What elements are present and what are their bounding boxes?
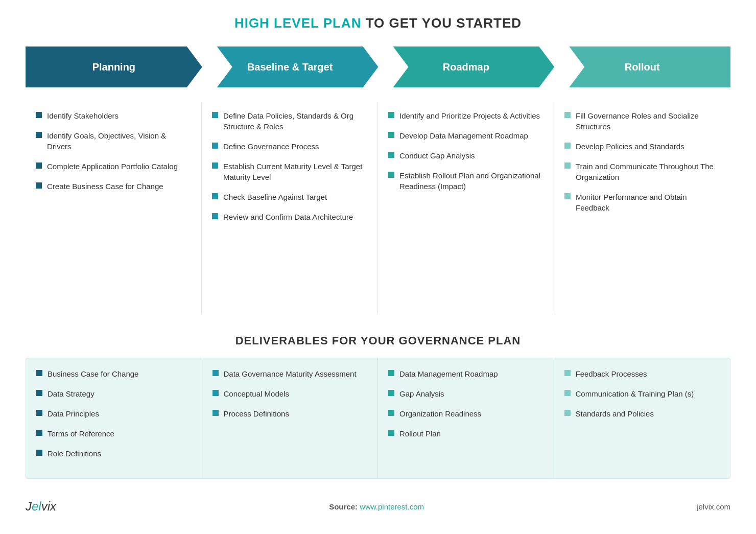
list-item: Check Baseline Against Target [212,192,367,202]
list-item: Define Data Policies, Standards & Org St… [212,110,367,132]
bullet-icon [212,193,218,199]
list-item: Communication & Training Plan (s) [564,388,720,399]
list-item: Establish Current Maturity Level & Targe… [212,161,367,182]
title-rest: TO GET YOU STARTED [361,15,522,31]
bullet-icon [36,112,42,118]
page-title: HIGH LEVEL PLAN TO GET YOU STARTED [26,15,730,31]
list-item: Process Definitions [212,408,368,419]
logo-j: J [26,499,32,513]
title-highlight: HIGH LEVEL PLAN [234,15,362,31]
list-item: Review and Confirm Data Architecture [212,212,367,222]
bullet-icon [36,390,42,396]
list-item: Business Case for Change [36,368,192,379]
footer-source: Source: www.pinterest.com [329,502,424,511]
deliverables-grid: Business Case for Change Data Strategy D… [26,358,730,479]
baseline-list: Define Data Policies, Standards & Org St… [212,110,367,222]
phase-roadmap-label: Roadmap [443,61,489,73]
logo-vix: vix [41,499,56,513]
deliverables-col-rollout: Feedback Processes Communication & Train… [554,358,730,478]
source-url: www.pinterest.com [360,502,424,511]
bullet-icon [212,390,219,396]
list-item: Create Business Case for Change [36,181,191,192]
bullet-icon [212,213,218,219]
bullet-icon [212,370,219,376]
list-item: Rollout Plan [388,428,544,439]
list-item: Data Strategy [36,388,192,399]
bullet-icon [212,112,218,118]
bullet-icon [564,193,571,199]
phases-row: Planning Baseline & Target Roadmap Rollo… [26,47,730,87]
phase-baseline-arrow: Baseline & Target [202,47,379,87]
deliverables-title: DELIVERABLES FOR YOUR GOVERNANCE PLAN [26,334,730,347]
content-col-planning: Identify Stakeholders Identify Goals, Ob… [26,103,202,314]
bullet-icon [564,143,571,149]
content-col-roadmap: Identify and Prioritize Projects & Activ… [378,103,554,314]
bullet-icon [36,162,42,169]
bullet-icon [564,370,571,376]
list-item: Develop Policies and Standards [564,141,720,152]
bullet-icon [36,182,42,189]
bullet-icon [388,410,394,416]
bullet-icon [388,172,394,178]
list-item: Monitor Performance and Obtain Feedback [564,192,720,213]
bullet-icon [36,410,42,416]
bullet-icon [36,430,42,436]
list-item: Complete Application Portfolio Catalog [36,161,191,172]
bullet-icon [388,370,394,376]
list-item: Establish Rollout Plan and Organizationa… [388,170,544,192]
list-item: Data Principles [36,408,192,419]
list-item: Develop Data Management Roadmap [388,130,544,141]
bullet-icon [564,390,571,396]
bullet-icon [388,390,394,396]
deliverables-col-baseline: Data Governance Maturity Assessment Conc… [202,358,379,478]
bullet-icon [36,132,42,138]
footer-logo: Jelvix [26,499,56,514]
phase-planning-arrow: Planning [26,47,202,87]
logo-el: el [32,499,41,513]
list-item: Conceptual Models [212,388,368,399]
rollout-list: Fill Governance Roles and Socialize Stru… [564,110,720,213]
list-item: Identify Goals, Objectives, Vision & Dri… [36,130,191,152]
list-item: Role Definitions [36,448,192,459]
phase-roadmap-arrow: Roadmap [378,47,555,87]
deliverables-rollout-list: Feedback Processes Communication & Train… [564,368,720,419]
phase-rollout-arrow: Rollout [554,47,730,87]
phase-baseline-label: Baseline & Target [247,61,333,73]
bullet-icon [388,430,394,436]
bullet-icon [564,410,571,416]
deliverables-col-planning: Business Case for Change Data Strategy D… [26,358,202,478]
list-item: Conduct Gap Analysis [388,150,544,161]
bullet-icon [212,410,219,416]
deliverables-baseline-list: Data Governance Maturity Assessment Conc… [212,368,368,419]
footer: Jelvix Source: www.pinterest.com jelvix.… [26,489,730,519]
roadmap-list: Identify and Prioritize Projects & Activ… [388,110,544,192]
phase-rollout-label: Rollout [625,61,660,73]
list-item: Gap Analysis [388,388,544,399]
source-label: Source: [329,502,358,511]
bullet-icon [388,132,394,138]
bullet-icon [36,450,42,456]
bullet-icon [388,112,394,118]
bullet-icon [564,162,571,169]
bullet-icon [388,152,394,158]
footer-right-text: jelvix.com [697,502,730,511]
list-item: Organization Readiness [388,408,544,419]
deliverables-planning-list: Business Case for Change Data Strategy D… [36,368,192,459]
list-item: Data Management Roadmap [388,368,544,379]
bullet-icon [212,162,218,169]
deliverables-col-roadmap: Data Management Roadmap Gap Analysis Org… [378,358,554,478]
deliverables-roadmap-list: Data Management Roadmap Gap Analysis Org… [388,368,544,439]
content-col-rollout: Fill Governance Roles and Socialize Stru… [554,103,730,314]
bullet-icon [212,143,218,149]
list-item: Standards and Policies [564,408,720,419]
bullet-icon [564,112,571,118]
main-container: HIGH LEVEL PLAN TO GET YOU STARTED Plann… [0,0,756,534]
list-item: Feedback Processes [564,368,720,379]
list-item: Identify and Prioritize Projects & Activ… [388,110,544,121]
list-item: Fill Governance Roles and Socialize Stru… [564,110,720,132]
list-item: Identify Stakeholders [36,110,191,121]
content-grid: Identify Stakeholders Identify Goals, Ob… [26,103,730,314]
planning-list: Identify Stakeholders Identify Goals, Ob… [36,110,191,192]
list-item: Terms of Reference [36,428,192,439]
content-col-baseline: Define Data Policies, Standards & Org St… [202,103,378,314]
